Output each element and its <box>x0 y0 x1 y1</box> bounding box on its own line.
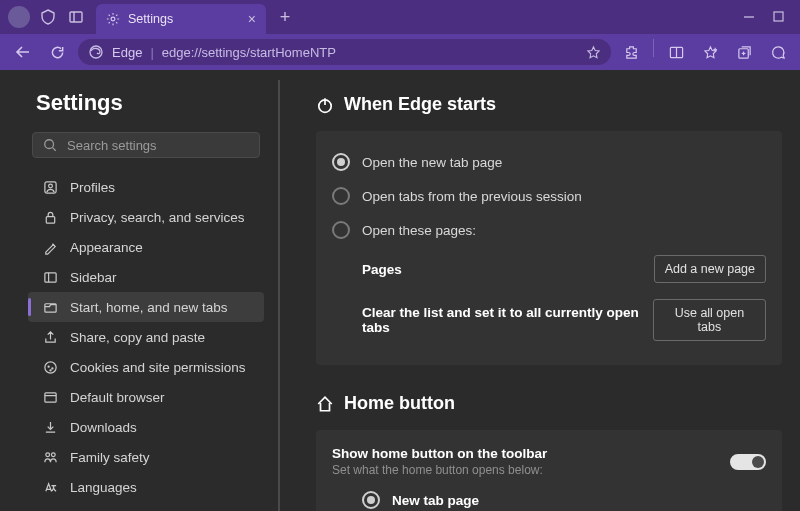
svg-rect-25 <box>44 393 55 402</box>
svg-point-2 <box>111 17 115 21</box>
svg-point-24 <box>49 369 50 370</box>
pages-label: Pages <box>362 262 402 277</box>
sidebar-item-cookies-and-site-permissions[interactable]: Cookies and site permissions <box>28 352 264 382</box>
sidebar-item-label: Start, home, and new tabs <box>70 300 228 315</box>
option-previous-session[interactable]: Open tabs from the previous session <box>332 179 766 213</box>
power-icon <box>316 96 334 114</box>
browser-tab[interactable]: Settings × <box>96 4 266 34</box>
card-startup: Open the new tab page Open tabs from the… <box>316 131 782 365</box>
use-open-tabs-button[interactable]: Use all open tabs <box>653 299 766 341</box>
lock-icon <box>42 209 58 225</box>
sidebar-item-label: Default browser <box>70 390 165 405</box>
sidebar-item-appearance[interactable]: Appearance <box>28 232 264 262</box>
svg-rect-0 <box>70 12 82 22</box>
refresh-button[interactable] <box>44 39 70 65</box>
close-tab-icon[interactable]: × <box>248 11 256 27</box>
tab-label: Settings <box>128 12 173 26</box>
sidebar-item-label: Languages <box>70 480 137 495</box>
sidebar-item-label: Cookies and site permissions <box>70 360 246 375</box>
sidebar-icon <box>42 269 58 285</box>
minimize-button[interactable] <box>743 11 755 23</box>
maximize-button[interactable] <box>773 11 784 23</box>
favorites-icon[interactable] <box>698 39 722 65</box>
address-url: edge://settings/startHomeNTP <box>162 45 336 60</box>
browser-icon <box>42 389 58 405</box>
radio-icon <box>332 153 350 171</box>
cookies-icon <box>42 359 58 375</box>
sidebar-item-label: Share, copy and paste <box>70 330 205 345</box>
clear-list-label: Clear the list and set it to all current… <box>362 305 653 335</box>
download-icon <box>42 419 58 435</box>
sidebar-item-family-safety[interactable]: Family safety <box>28 442 264 472</box>
sidebar-item-profiles[interactable]: Profiles <box>28 172 264 202</box>
svg-point-13 <box>45 140 54 149</box>
search-icon <box>43 138 57 152</box>
tabs-icon <box>42 299 58 315</box>
show-home-subtitle: Set what the home button opens below: <box>332 463 547 477</box>
title-bar: Settings × + <box>0 0 800 34</box>
sidebar-item-share-copy-and-paste[interactable]: Share, copy and paste <box>28 322 264 352</box>
profile-icon <box>42 179 58 195</box>
sidebar-item-downloads[interactable]: Downloads <box>28 412 264 442</box>
svg-point-16 <box>48 184 52 188</box>
sidebar-item-label: Downloads <box>70 420 137 435</box>
share-icon <box>42 329 58 345</box>
svg-point-22 <box>48 366 49 367</box>
radio-icon <box>332 187 350 205</box>
gear-icon <box>106 12 120 26</box>
profile-avatar[interactable] <box>8 6 30 28</box>
radio-icon <box>362 491 380 509</box>
svg-point-27 <box>45 453 49 457</box>
option-new-tab-page[interactable]: Open the new tab page <box>332 145 766 179</box>
sidebar-item-label: Sidebar <box>70 270 117 285</box>
sidebar-item-label: Appearance <box>70 240 143 255</box>
chat-icon[interactable] <box>766 39 790 65</box>
tab-actions-icon[interactable] <box>62 3 90 31</box>
card-home-button: Show home button on the toolbar Set what… <box>316 430 782 511</box>
settings-sidebar: Settings Search settings ProfilesPrivacy… <box>0 70 278 511</box>
sidebar-item-languages[interactable]: Languages <box>28 472 264 502</box>
sidebar-item-label: Profiles <box>70 180 115 195</box>
new-tab-button[interactable]: + <box>272 4 298 30</box>
sidebar-item-label: Privacy, search, and services <box>70 210 245 225</box>
option-open-pages[interactable]: Open these pages: <box>332 213 766 247</box>
favorite-icon[interactable] <box>586 45 601 60</box>
family-icon <box>42 449 58 465</box>
svg-point-23 <box>51 368 52 369</box>
workspaces-icon[interactable] <box>34 3 62 31</box>
add-page-button[interactable]: Add a new page <box>654 255 766 283</box>
collections-icon[interactable] <box>732 39 756 65</box>
address-source-label: Edge <box>112 45 142 60</box>
home-icon <box>316 395 334 413</box>
sidebar-item-privacy-search-and-services[interactable]: Privacy, search, and services <box>28 202 264 232</box>
lang-icon <box>42 479 58 495</box>
sidebar-item-printers[interactable]: Printers <box>28 502 264 511</box>
extensions-icon[interactable] <box>619 39 643 65</box>
split-screen-icon[interactable] <box>664 39 688 65</box>
radio-icon <box>332 221 350 239</box>
show-home-label: Show home button on the toolbar <box>332 446 547 461</box>
settings-main: When Edge starts Open the new tab page O… <box>280 70 800 511</box>
sidebar-item-start-home-and-new-tabs[interactable]: Start, home, and new tabs <box>28 292 264 322</box>
appearance-icon <box>42 239 58 255</box>
svg-rect-4 <box>774 12 783 21</box>
svg-rect-17 <box>46 216 54 223</box>
edge-logo-icon <box>88 44 104 60</box>
option-home-newtab[interactable]: New tab page <box>332 481 766 511</box>
search-input[interactable]: Search settings <box>32 132 260 158</box>
sidebar-item-label: Family safety <box>70 450 150 465</box>
svg-line-14 <box>53 148 56 151</box>
address-bar[interactable]: Edge | edge://settings/startHomeNTP <box>78 39 611 65</box>
svg-rect-18 <box>44 273 55 282</box>
section-home-button: Home button <box>316 393 782 414</box>
sidebar-item-default-browser[interactable]: Default browser <box>28 382 264 412</box>
svg-point-28 <box>51 453 55 457</box>
section-when-edge-starts: When Edge starts <box>316 94 782 115</box>
sidebar-item-sidebar[interactable]: Sidebar <box>28 262 264 292</box>
page-title: Settings <box>22 90 270 116</box>
show-home-toggle[interactable] <box>730 454 766 470</box>
browser-toolbar: Edge | edge://settings/startHomeNTP <box>0 34 800 70</box>
back-button[interactable] <box>10 39 36 65</box>
